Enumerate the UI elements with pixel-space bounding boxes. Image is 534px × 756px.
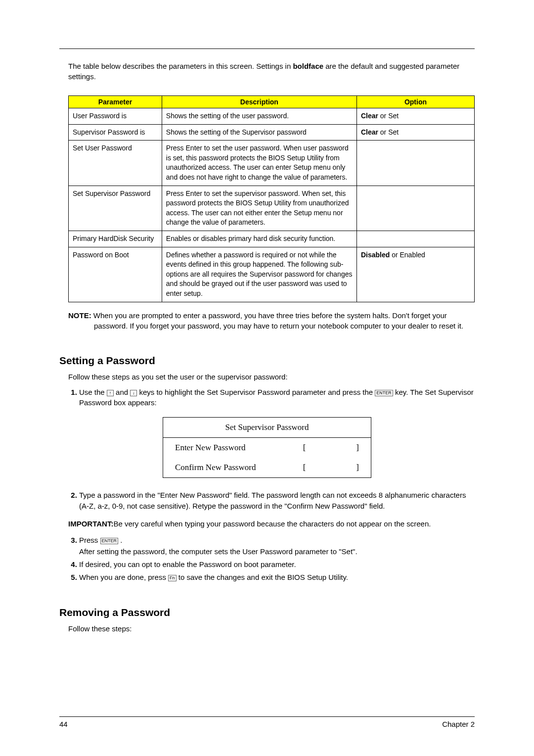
cell-opt bbox=[356, 231, 474, 247]
important-label: IMPORTANT: bbox=[68, 520, 113, 528]
steps-list-cont2: Press ENTER . After setting the password… bbox=[68, 535, 475, 583]
opt-bold: Clear bbox=[361, 112, 378, 120]
bracket-open: [ bbox=[303, 443, 306, 452]
opt-rest: or Enabled bbox=[390, 251, 425, 259]
dialog-title: Set Supervisor Password bbox=[163, 418, 371, 438]
important-text: Be very careful when typing your passwor… bbox=[113, 520, 431, 528]
key-enter-icon: ENTER bbox=[100, 538, 119, 544]
table-row: User Password is Shows the setting of th… bbox=[69, 108, 475, 125]
dialog-row-enter: Enter New Password [ ] bbox=[163, 438, 371, 458]
cell-opt bbox=[356, 141, 474, 186]
cell-desc: Press Enter to set the user password. Wh… bbox=[162, 141, 356, 186]
step3-a: Press bbox=[79, 536, 100, 544]
table-row: Password on Boot Defines whether a passw… bbox=[69, 247, 475, 302]
opt-rest: or Set bbox=[378, 128, 399, 136]
page-footer: 44 Chapter 2 bbox=[59, 712, 475, 728]
steps-list: Use the ↑ and ↓ keys to highlight the Se… bbox=[68, 387, 475, 409]
intro-paragraph: The table below describes the parameters… bbox=[68, 61, 475, 82]
opt-bold: Clear bbox=[361, 128, 378, 136]
cell-desc: Defines whether a password is required o… bbox=[162, 247, 356, 302]
step1-a: Use the bbox=[79, 388, 107, 396]
opt-bold: Disabled bbox=[361, 251, 390, 259]
intro-bold: boldface bbox=[293, 62, 323, 70]
cell-opt: Clear or Set bbox=[356, 124, 474, 141]
heading-setting-password: Setting a Password bbox=[59, 355, 475, 367]
key-down-icon: ↓ bbox=[130, 390, 137, 396]
cell-param: Set Supervisor Password bbox=[69, 186, 162, 231]
cell-desc: Press Enter to set the supervisor passwo… bbox=[162, 186, 356, 231]
th-description: Description bbox=[162, 96, 356, 108]
table-header-row: Parameter Description Option bbox=[69, 96, 475, 108]
bracket-open: [ bbox=[303, 463, 306, 472]
key-fn-icon: Fn bbox=[168, 575, 177, 581]
intro-prefix: The table below describes the parameters… bbox=[68, 62, 293, 70]
cell-param: Primary HardDisk Security bbox=[69, 231, 162, 247]
cell-param: Set User Password bbox=[69, 141, 162, 186]
step5-b: to save the changes and exit the BIOS Se… bbox=[177, 573, 348, 581]
note-label: NOTE: bbox=[68, 311, 93, 320]
important-paragraph: IMPORTANT:Be very careful when typing yo… bbox=[68, 519, 475, 529]
bracket-close: ] bbox=[356, 443, 359, 452]
th-parameter: Parameter bbox=[69, 96, 162, 108]
cell-param: User Password is bbox=[69, 108, 162, 125]
dialog-confirm-field: [ ] bbox=[303, 463, 359, 472]
cell-param: Supervisor Password is bbox=[69, 124, 162, 141]
dialog-enter-label: Enter New Password bbox=[175, 443, 246, 453]
key-up-icon: ↑ bbox=[107, 390, 114, 396]
set-supervisor-password-dialog: Set Supervisor Password Enter New Passwo… bbox=[163, 417, 371, 478]
heading-removing-password: Removing a Password bbox=[59, 607, 475, 618]
step3-b: . bbox=[118, 536, 122, 544]
chapter-label: Chapter 2 bbox=[442, 720, 475, 728]
cell-opt: Disabled or Enabled bbox=[356, 247, 474, 302]
rule-top bbox=[59, 48, 475, 49]
cell-desc: Shows the setting of the user password. bbox=[162, 108, 356, 125]
th-option: Option bbox=[356, 96, 474, 108]
table-row: Supervisor Password is Shows the setting… bbox=[69, 124, 475, 141]
note-paragraph: NOTE: When you are prompted to enter a p… bbox=[68, 310, 475, 331]
step-3: Press ENTER . After setting the password… bbox=[79, 535, 475, 558]
setting-intro: Follow these steps as you set the user o… bbox=[68, 372, 475, 382]
table-row: Set Supervisor Password Press Enter to s… bbox=[69, 186, 475, 231]
dialog-enter-field: [ ] bbox=[303, 443, 359, 453]
bracket-close: ] bbox=[356, 463, 359, 472]
steps-list-cont: Type a password in the "Enter New Passwo… bbox=[68, 490, 475, 512]
page-number: 44 bbox=[59, 720, 68, 728]
cell-opt: Clear or Set bbox=[356, 108, 474, 125]
parameter-table: Parameter Description Option User Passwo… bbox=[68, 95, 475, 302]
rule-bottom bbox=[59, 716, 475, 717]
cell-desc: Shows the setting of the Supervisor pass… bbox=[162, 124, 356, 141]
step5-a: When you are done, press bbox=[79, 573, 168, 581]
cell-opt bbox=[356, 186, 474, 231]
page: The table below describes the parameters… bbox=[0, 0, 534, 756]
removing-intro: Follow these steps: bbox=[68, 623, 475, 634]
dialog-row-confirm: Confirm New Password [ ] bbox=[163, 458, 371, 477]
note-text: When you are prompted to enter a passwor… bbox=[93, 311, 463, 330]
table-row: Primary HardDisk Security Enables or dis… bbox=[69, 231, 475, 247]
step-4: If desired, you can opt to enable the Pa… bbox=[79, 559, 475, 570]
cell-param: Password on Boot bbox=[69, 247, 162, 302]
opt-rest: or Set bbox=[378, 112, 399, 120]
dialog-confirm-label: Confirm New Password bbox=[175, 463, 256, 472]
step3-c: After setting the password, the computer… bbox=[79, 546, 475, 557]
step-5: When you are done, press Fn to save the … bbox=[79, 572, 475, 583]
step1-c: keys to highlight the Set Supervisor Pas… bbox=[137, 388, 375, 396]
key-enter-icon: ENTER bbox=[375, 390, 393, 396]
step-2: Type a password in the "Enter New Passwo… bbox=[79, 490, 475, 512]
step1-b: and bbox=[114, 388, 130, 396]
step-1: Use the ↑ and ↓ keys to highlight the Se… bbox=[79, 387, 475, 409]
table-row: Set User Password Press Enter to set the… bbox=[69, 141, 475, 186]
cell-desc: Enables or disables primary hard disk se… bbox=[162, 231, 356, 247]
